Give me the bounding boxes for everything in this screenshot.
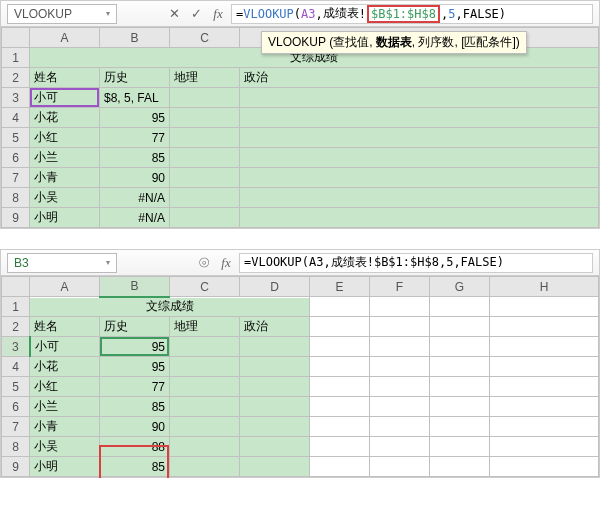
cell[interactable]: [490, 417, 599, 437]
cell[interactable]: [370, 437, 430, 457]
cell[interactable]: [170, 168, 240, 188]
chevron-down-icon[interactable]: ▾: [106, 9, 110, 18]
cancel-icon[interactable]: ✕: [165, 5, 183, 23]
cell[interactable]: [310, 337, 370, 357]
cell[interactable]: [240, 397, 310, 417]
cell[interactable]: [170, 188, 240, 208]
cell[interactable]: [170, 108, 240, 128]
header-cell[interactable]: 地理: [170, 68, 240, 88]
cell[interactable]: [170, 417, 240, 437]
cell[interactable]: 小明: [30, 457, 100, 477]
header-cell[interactable]: 地理: [170, 317, 240, 337]
cell[interactable]: 小红: [30, 128, 100, 148]
cell[interactable]: [170, 457, 240, 477]
header-cell[interactable]: 历史: [100, 68, 170, 88]
row-header[interactable]: 5: [2, 128, 30, 148]
cell[interactable]: [490, 337, 599, 357]
cell[interactable]: [310, 437, 370, 457]
cell[interactable]: [240, 377, 310, 397]
row-header[interactable]: 7: [2, 168, 30, 188]
cell[interactable]: [370, 337, 430, 357]
col-header-H[interactable]: H: [490, 277, 599, 297]
cell[interactable]: [370, 417, 430, 437]
row-header[interactable]: 5: [2, 377, 30, 397]
row-header[interactable]: 9: [2, 208, 30, 228]
cell[interactable]: 95: [100, 357, 170, 377]
row-header[interactable]: 4: [2, 357, 30, 377]
row-header[interactable]: 9: [2, 457, 30, 477]
cell[interactable]: [240, 437, 310, 457]
cell[interactable]: [170, 148, 240, 168]
col-header-A[interactable]: A: [30, 28, 100, 48]
col-header-D[interactable]: D: [240, 277, 310, 297]
row-header[interactable]: 3: [2, 337, 30, 357]
cell[interactable]: 小花: [30, 108, 100, 128]
cell[interactable]: [490, 377, 599, 397]
cell[interactable]: [490, 397, 599, 417]
cell[interactable]: [310, 357, 370, 377]
header-cell[interactable]: 政治: [240, 317, 310, 337]
cell[interactable]: [240, 417, 310, 437]
cell[interactable]: [430, 337, 490, 357]
top-grid[interactable]: A B C 1 文综成绩 2 姓名 历史 地理 政治: [1, 27, 599, 228]
cell[interactable]: [170, 88, 240, 108]
col-header-E[interactable]: E: [310, 277, 370, 297]
name-box[interactable]: VLOOKUP ▾: [7, 4, 117, 24]
cell[interactable]: 小青: [30, 168, 100, 188]
cell[interactable]: [370, 297, 430, 317]
col-header-G[interactable]: G: [430, 277, 490, 297]
cell-B3[interactable]: $8, 5, FAL: [100, 88, 170, 108]
cell[interactable]: [240, 208, 599, 228]
cell[interactable]: 77: [100, 128, 170, 148]
fx-icon[interactable]: fx: [217, 254, 235, 272]
cell[interactable]: [240, 357, 310, 377]
sheet-title[interactable]: 文综成绩: [30, 297, 310, 317]
cell[interactable]: 小兰: [30, 397, 100, 417]
cell[interactable]: [430, 297, 490, 317]
formula-bar[interactable]: =VLOOKUP(A3,成绩表!$B$1:$H$8,5,FALSE): [239, 253, 593, 273]
cell[interactable]: [430, 437, 490, 457]
cell[interactable]: [430, 377, 490, 397]
cell[interactable]: 77: [100, 377, 170, 397]
confirm-icon[interactable]: ✓: [187, 5, 205, 23]
cell[interactable]: 95: [100, 108, 170, 128]
header-cell[interactable]: 历史: [100, 317, 170, 337]
formula-bar[interactable]: =VLOOKUP(A3, 成绩表!$B$1:$H$8,5, FALSE): [231, 4, 593, 24]
col-header-C[interactable]: C: [170, 28, 240, 48]
cell[interactable]: [170, 397, 240, 417]
row-header[interactable]: 7: [2, 417, 30, 437]
cell[interactable]: [240, 457, 310, 477]
cell[interactable]: [240, 108, 599, 128]
cell[interactable]: [170, 337, 240, 357]
cell[interactable]: #N/A: [100, 188, 170, 208]
cell[interactable]: 小吴: [30, 437, 100, 457]
cell[interactable]: [310, 317, 370, 337]
cell[interactable]: [430, 457, 490, 477]
row-header[interactable]: 1: [2, 48, 30, 68]
cell[interactable]: 小兰: [30, 148, 100, 168]
cell[interactable]: [170, 377, 240, 397]
row-header[interactable]: 6: [2, 397, 30, 417]
cell[interactable]: 85: [100, 397, 170, 417]
cell[interactable]: [370, 377, 430, 397]
cell[interactable]: [430, 417, 490, 437]
row-header[interactable]: 2: [2, 317, 30, 337]
zoom-fit-icon[interactable]: ⦾: [195, 254, 213, 272]
cell[interactable]: [310, 457, 370, 477]
cell-A3[interactable]: 小可: [30, 88, 100, 108]
cell[interactable]: 小青: [30, 417, 100, 437]
cell[interactable]: 小可: [30, 337, 100, 357]
fx-icon[interactable]: fx: [209, 5, 227, 23]
cell[interactable]: [430, 357, 490, 377]
cell[interactable]: [240, 128, 599, 148]
col-header-B[interactable]: B: [100, 277, 170, 297]
cell[interactable]: [490, 437, 599, 457]
cell[interactable]: 90: [100, 417, 170, 437]
cell[interactable]: 85: [100, 457, 170, 477]
cell[interactable]: #N/A: [100, 208, 170, 228]
cell[interactable]: [370, 457, 430, 477]
cell[interactable]: [490, 457, 599, 477]
cell[interactable]: [240, 168, 599, 188]
cell[interactable]: 88: [100, 437, 170, 457]
row-header[interactable]: 6: [2, 148, 30, 168]
